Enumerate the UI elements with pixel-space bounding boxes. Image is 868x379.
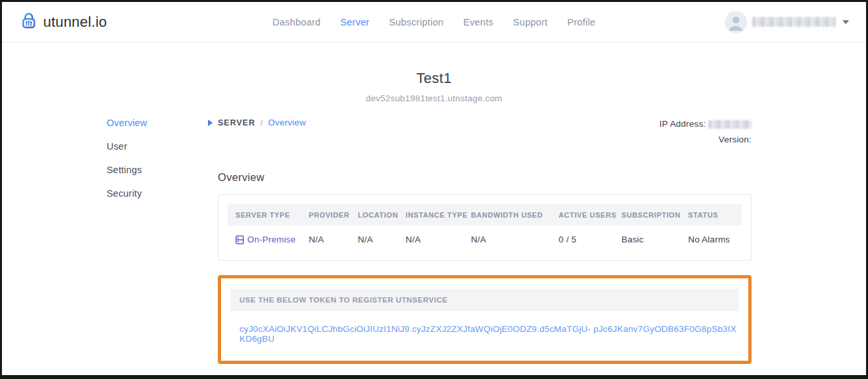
user-name-redacted <box>752 17 836 27</box>
nav-item-profile[interactable]: Profile <box>567 17 595 27</box>
nav-item-server[interactable]: Server <box>340 17 370 27</box>
token-panel-heading: USE THE BELOW TOKEN TO REGISTER UTNSERVI… <box>230 289 739 311</box>
sidebar-item-label: Overview <box>107 118 147 128</box>
col-header-status: STATUS <box>688 211 734 219</box>
status-cell: No Alarms <box>688 235 734 244</box>
sidebar-item-overview[interactable]: Overview <box>107 118 218 128</box>
nav-item-subscription[interactable]: Subscription <box>389 17 443 27</box>
overview-card: SERVER TYPE PROVIDER LOCATION INSTANCE T… <box>218 194 752 261</box>
col-header-server-type: SERVER TYPE <box>235 211 309 219</box>
main-nav: Dashboard Server Subscription Events Sup… <box>273 17 596 27</box>
breadcrumb: SERVER / Overview <box>218 116 306 127</box>
avatar <box>725 11 747 33</box>
overview-heading: Overview <box>218 171 752 184</box>
page-title: Test1 <box>2 70 866 87</box>
content: Overview User Settings Security SERVER /… <box>107 116 752 364</box>
col-header-location: LOCATION <box>358 211 406 219</box>
main-panel: SERVER / Overview IP Address: Version: O… <box>218 116 752 364</box>
server-rack-icon <box>235 235 244 244</box>
sidebar-item-user[interactable]: User <box>107 141 218 152</box>
registration-token[interactable]: cyJ0cXAiOiJKV1QiLCJhbGciOiJIUzI1NiJ9.cyJ… <box>239 324 739 344</box>
table-row: On-Premise N/A N/A N/A N/A 0 / 5 Basic N… <box>228 225 742 251</box>
col-header-subscription: SUBSCRIPTION <box>621 211 688 219</box>
subscription-cell: Basic <box>621 235 688 244</box>
brand-name: utunnel.io <box>43 14 107 31</box>
sidebar-item-security[interactable]: Security <box>107 188 218 199</box>
user-menu[interactable] <box>725 11 849 33</box>
sidebar-item-settings[interactable]: Settings <box>107 165 218 175</box>
ip-address-line: IP Address: <box>659 116 752 132</box>
col-header-bandwidth-used: BANDWIDTH USED <box>471 211 559 219</box>
version-line: Version: <box>659 132 752 148</box>
instance-type-cell: N/A <box>406 235 471 244</box>
nav-item-events[interactable]: Events <box>463 17 493 27</box>
col-header-instance-type: INSTANCE TYPE <box>406 211 471 219</box>
padlock-circuit-icon <box>19 11 39 33</box>
sidebar: Overview User Settings Security <box>107 116 218 364</box>
bandwidth-used-cell: N/A <box>471 235 559 244</box>
chevron-down-icon <box>842 20 849 24</box>
version-label: Version: <box>719 135 752 144</box>
token-panel: USE THE BELOW TOKEN TO REGISTER UTNSERVI… <box>218 275 752 364</box>
nav-item-dashboard[interactable]: Dashboard <box>273 17 321 27</box>
col-header-active-users: ACTIVE USERS <box>559 211 621 219</box>
app-window: utunnel.io Dashboard Server Subscription… <box>0 0 868 379</box>
sidebar-item-label: Security <box>107 188 142 199</box>
ip-address-label: IP Address: <box>659 119 706 129</box>
breadcrumb-row: SERVER / Overview IP Address: Version: <box>218 116 752 148</box>
location-cell: N/A <box>358 235 406 244</box>
page-head: Test1 dev52sub1981test1.utnstage.com <box>2 70 866 103</box>
server-type-link: On-Premise <box>247 235 296 244</box>
breadcrumb-separator: / <box>260 118 263 127</box>
col-header-provider: PROVIDER <box>309 211 358 219</box>
breadcrumb-section: SERVER <box>218 118 255 127</box>
server-domain: dev52sub1981test1.utnstage.com <box>2 93 866 103</box>
table-header-row: SERVER TYPE PROVIDER LOCATION INSTANCE T… <box>228 204 742 225</box>
server-type-cell[interactable]: On-Premise <box>235 235 309 244</box>
provider-cell: N/A <box>309 235 358 244</box>
nav-item-support[interactable]: Support <box>513 17 547 27</box>
breadcrumb-current[interactable]: Overview <box>268 118 306 127</box>
sidebar-item-label: User <box>107 141 127 152</box>
active-indicator-icon <box>208 120 213 126</box>
top-navbar: utunnel.io Dashboard Server Subscription… <box>2 2 866 42</box>
server-meta: IP Address: Version: <box>659 116 752 148</box>
ip-address-redacted <box>708 120 752 129</box>
active-users-cell: 0 / 5 <box>559 235 621 244</box>
sidebar-item-label: Settings <box>107 165 142 175</box>
brand-logo[interactable]: utunnel.io <box>19 11 107 33</box>
